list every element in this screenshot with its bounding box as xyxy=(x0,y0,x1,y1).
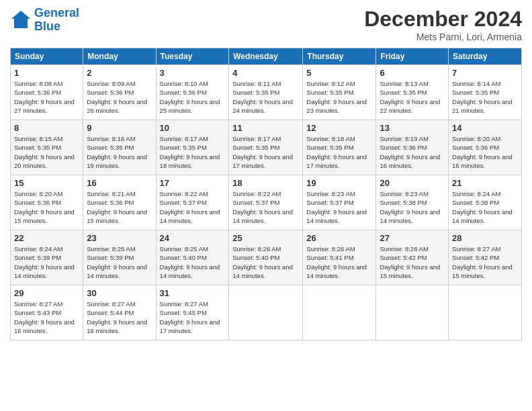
day-info: Sunrise: 8:22 AMSunset: 5:37 PMDaylight:… xyxy=(160,189,226,225)
day-number: 19 xyxy=(306,178,372,188)
calendar-table: SundayMondayTuesdayWednesdayThursdayFrid… xyxy=(10,48,522,340)
col-header-saturday: Saturday xyxy=(449,48,522,65)
day-number: 14 xyxy=(452,123,518,133)
week-row-1: 1Sunrise: 8:08 AMSunset: 5:36 PMDaylight… xyxy=(11,65,522,120)
day-info: Sunrise: 8:26 AMSunset: 5:42 PMDaylight:… xyxy=(380,244,445,280)
day-number: 16 xyxy=(87,178,152,188)
day-number: 11 xyxy=(232,123,299,133)
day-cell: 13Sunrise: 8:19 AMSunset: 5:36 PMDayligh… xyxy=(376,120,449,175)
day-cell: 28Sunrise: 8:27 AMSunset: 5:42 PMDayligh… xyxy=(449,230,522,285)
logo: General Blue xyxy=(10,7,79,34)
day-number: 25 xyxy=(232,233,299,243)
col-header-tuesday: Tuesday xyxy=(156,48,229,65)
day-cell: 29Sunrise: 8:27 AMSunset: 5:43 PMDayligh… xyxy=(11,285,83,340)
day-number: 5 xyxy=(306,68,372,78)
day-info: Sunrise: 8:26 AMSunset: 5:40 PMDaylight:… xyxy=(232,244,299,280)
day-number: 3 xyxy=(160,68,226,78)
day-number: 30 xyxy=(87,288,152,298)
day-cell xyxy=(449,285,522,340)
day-info: Sunrise: 8:13 AMSunset: 5:35 PMDaylight:… xyxy=(380,79,445,115)
day-info: Sunrise: 8:25 AMSunset: 5:40 PMDaylight:… xyxy=(160,244,226,280)
day-number: 2 xyxy=(87,68,152,78)
day-cell: 2Sunrise: 8:09 AMSunset: 5:36 PMDaylight… xyxy=(83,65,156,120)
col-header-monday: Monday xyxy=(83,48,156,65)
day-cell: 14Sunrise: 8:20 AMSunset: 5:36 PMDayligh… xyxy=(449,120,522,175)
day-number: 15 xyxy=(14,178,79,188)
day-number: 26 xyxy=(306,233,372,243)
day-info: Sunrise: 8:26 AMSunset: 5:41 PMDaylight:… xyxy=(306,244,372,280)
week-row-2: 8Sunrise: 8:15 AMSunset: 5:35 PMDaylight… xyxy=(11,120,522,175)
day-info: Sunrise: 8:10 AMSunset: 5:36 PMDaylight:… xyxy=(160,79,226,115)
day-info: Sunrise: 8:24 AMSunset: 5:39 PMDaylight:… xyxy=(14,244,79,280)
day-number: 17 xyxy=(160,178,226,188)
day-info: Sunrise: 8:27 AMSunset: 5:45 PMDaylight:… xyxy=(160,300,226,335)
day-cell: 1Sunrise: 8:08 AMSunset: 5:36 PMDaylight… xyxy=(11,65,83,120)
day-cell: 25Sunrise: 8:26 AMSunset: 5:40 PMDayligh… xyxy=(229,230,303,285)
day-cell: 3Sunrise: 8:10 AMSunset: 5:36 PMDaylight… xyxy=(156,65,229,120)
page: General Blue December 2024 Mets Parni, L… xyxy=(0,0,532,411)
day-info: Sunrise: 8:18 AMSunset: 5:35 PMDaylight:… xyxy=(306,134,372,170)
day-info: Sunrise: 8:27 AMSunset: 5:43 PMDaylight:… xyxy=(14,300,79,335)
day-number: 6 xyxy=(380,68,445,78)
day-cell xyxy=(376,285,449,340)
day-cell: 30Sunrise: 8:27 AMSunset: 5:44 PMDayligh… xyxy=(83,285,156,340)
col-header-sunday: Sunday xyxy=(11,48,83,65)
day-info: Sunrise: 8:20 AMSunset: 5:36 PMDaylight:… xyxy=(452,134,518,170)
day-cell: 24Sunrise: 8:25 AMSunset: 5:40 PMDayligh… xyxy=(156,230,229,285)
day-info: Sunrise: 8:23 AMSunset: 5:37 PMDaylight:… xyxy=(306,189,372,225)
day-cell: 10Sunrise: 8:17 AMSunset: 5:35 PMDayligh… xyxy=(156,120,229,175)
day-info: Sunrise: 8:23 AMSunset: 5:38 PMDaylight:… xyxy=(380,189,445,225)
day-number: 1 xyxy=(14,68,79,78)
day-info: Sunrise: 8:27 AMSunset: 5:44 PMDaylight:… xyxy=(87,300,152,335)
day-cell: 21Sunrise: 8:24 AMSunset: 5:38 PMDayligh… xyxy=(449,175,522,230)
day-cell: 6Sunrise: 8:13 AMSunset: 5:35 PMDaylight… xyxy=(376,65,449,120)
day-cell: 19Sunrise: 8:23 AMSunset: 5:37 PMDayligh… xyxy=(303,175,376,230)
day-info: Sunrise: 8:27 AMSunset: 5:42 PMDaylight:… xyxy=(452,244,518,280)
day-cell: 16Sunrise: 8:21 AMSunset: 5:36 PMDayligh… xyxy=(83,175,156,230)
title-block: December 2024 Mets Parni, Lori, Armenia xyxy=(364,7,522,42)
day-number: 24 xyxy=(160,233,226,243)
week-row-4: 22Sunrise: 8:24 AMSunset: 5:39 PMDayligh… xyxy=(11,230,522,285)
day-number: 9 xyxy=(87,123,152,133)
day-number: 8 xyxy=(14,123,79,133)
day-cell: 9Sunrise: 8:16 AMSunset: 5:35 PMDaylight… xyxy=(83,120,156,175)
week-row-5: 29Sunrise: 8:27 AMSunset: 5:43 PMDayligh… xyxy=(11,285,522,340)
day-info: Sunrise: 8:15 AMSunset: 5:35 PMDaylight:… xyxy=(14,134,79,170)
day-cell: 20Sunrise: 8:23 AMSunset: 5:38 PMDayligh… xyxy=(376,175,449,230)
day-cell: 23Sunrise: 8:25 AMSunset: 5:39 PMDayligh… xyxy=(83,230,156,285)
day-number: 10 xyxy=(160,123,226,133)
header-row: SundayMondayTuesdayWednesdayThursdayFrid… xyxy=(11,48,522,65)
day-cell xyxy=(229,285,303,340)
logo-icon xyxy=(10,9,32,31)
day-info: Sunrise: 8:08 AMSunset: 5:36 PMDaylight:… xyxy=(14,79,79,115)
day-info: Sunrise: 8:20 AMSunset: 5:36 PMDaylight:… xyxy=(14,189,79,225)
day-info: Sunrise: 8:14 AMSunset: 5:35 PMDaylight:… xyxy=(452,79,518,115)
day-info: Sunrise: 8:24 AMSunset: 5:38 PMDaylight:… xyxy=(452,189,518,225)
day-number: 18 xyxy=(232,178,299,188)
day-number: 29 xyxy=(14,288,79,298)
day-number: 28 xyxy=(452,233,518,243)
day-info: Sunrise: 8:16 AMSunset: 5:35 PMDaylight:… xyxy=(87,134,152,170)
day-cell: 27Sunrise: 8:26 AMSunset: 5:42 PMDayligh… xyxy=(376,230,449,285)
day-number: 12 xyxy=(306,123,372,133)
day-cell: 17Sunrise: 8:22 AMSunset: 5:37 PMDayligh… xyxy=(156,175,229,230)
day-info: Sunrise: 8:17 AMSunset: 5:35 PMDaylight:… xyxy=(160,134,226,170)
day-cell: 26Sunrise: 8:26 AMSunset: 5:41 PMDayligh… xyxy=(303,230,376,285)
day-number: 22 xyxy=(14,233,79,243)
day-number: 27 xyxy=(380,233,445,243)
location: Mets Parni, Lori, Armenia xyxy=(364,32,522,42)
day-info: Sunrise: 8:09 AMSunset: 5:36 PMDaylight:… xyxy=(87,79,152,115)
logo-line1: General xyxy=(34,6,79,19)
day-info: Sunrise: 8:11 AMSunset: 5:35 PMDaylight:… xyxy=(232,79,299,115)
day-number: 4 xyxy=(232,68,299,78)
day-info: Sunrise: 8:19 AMSunset: 5:36 PMDaylight:… xyxy=(380,134,445,170)
month-title: December 2024 xyxy=(364,7,522,32)
day-cell: 12Sunrise: 8:18 AMSunset: 5:35 PMDayligh… xyxy=(303,120,376,175)
header: General Blue December 2024 Mets Parni, L… xyxy=(10,7,522,42)
day-cell: 22Sunrise: 8:24 AMSunset: 5:39 PMDayligh… xyxy=(11,230,83,285)
day-number: 23 xyxy=(87,233,152,243)
day-info: Sunrise: 8:17 AMSunset: 5:35 PMDaylight:… xyxy=(232,134,299,170)
day-cell: 4Sunrise: 8:11 AMSunset: 5:35 PMDaylight… xyxy=(229,65,303,120)
day-cell: 18Sunrise: 8:22 AMSunset: 5:37 PMDayligh… xyxy=(229,175,303,230)
day-cell: 8Sunrise: 8:15 AMSunset: 5:35 PMDaylight… xyxy=(11,120,83,175)
